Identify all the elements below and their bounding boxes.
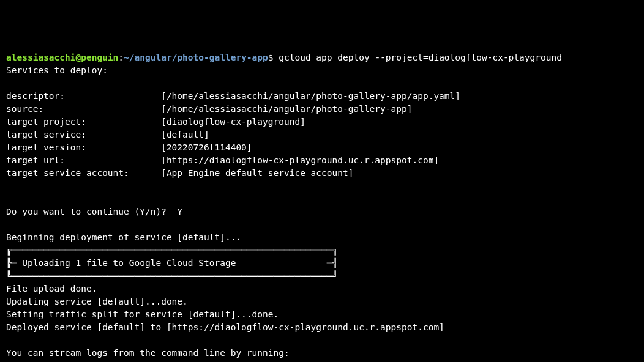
prompt-at: @: [76, 53, 81, 62]
source-line: source: [/home/alessiasacchi/angular/pho…: [6, 104, 412, 114]
prompt-path: ~/angular/photo-gallery-app: [124, 53, 268, 62]
prompt-host: penguin: [81, 53, 118, 62]
deployed-line: Deployed service [default] to [https://d…: [6, 322, 444, 332]
target-url-line: target url: [https://diaologflow-cx-play…: [6, 155, 439, 165]
command-text: gcloud app deploy --project=diaologflow-…: [274, 53, 562, 62]
traffic-line: Setting traffic split for service [defau…: [6, 309, 279, 319]
prompt-dollar: $: [268, 53, 274, 62]
prompt-user: alessiasacchi: [6, 53, 76, 62]
updating-line: Updating service [default]...done.: [6, 297, 188, 306]
prompt-colon: :: [118, 53, 124, 62]
file-upload-line: File upload done.: [6, 284, 97, 294]
box-top: ╔═══════════════════════════════════════…: [6, 245, 337, 255]
descriptor-line: descriptor: [/home/alessiasacchi/angular…: [6, 91, 460, 101]
target-service-line: target service: [default]: [6, 130, 209, 139]
box-middle: ╠═ Uploading 1 file to Google Cloud Stor…: [6, 258, 337, 268]
terminal[interactable]: alessiasacchi@penguin:~/angular/photo-ga…: [6, 51, 638, 362]
stream-logs-line: You can stream logs from the command lin…: [6, 348, 290, 358]
confirm-prompt: Do you want to continue (Y/n)? Y: [6, 207, 182, 216]
target-sa-line: target service account: [App Engine defa…: [6, 168, 353, 178]
box-bottom: ╚═══════════════════════════════════════…: [6, 271, 337, 281]
services-header: Services to deploy:: [6, 65, 108, 75]
target-version-line: target version: [20220726t114400]: [6, 142, 252, 152]
beginning-line: Beginning deployment of service [default…: [6, 232, 241, 242]
target-project-line: target project: [diaologflow-cx-playgrou…: [6, 117, 305, 127]
